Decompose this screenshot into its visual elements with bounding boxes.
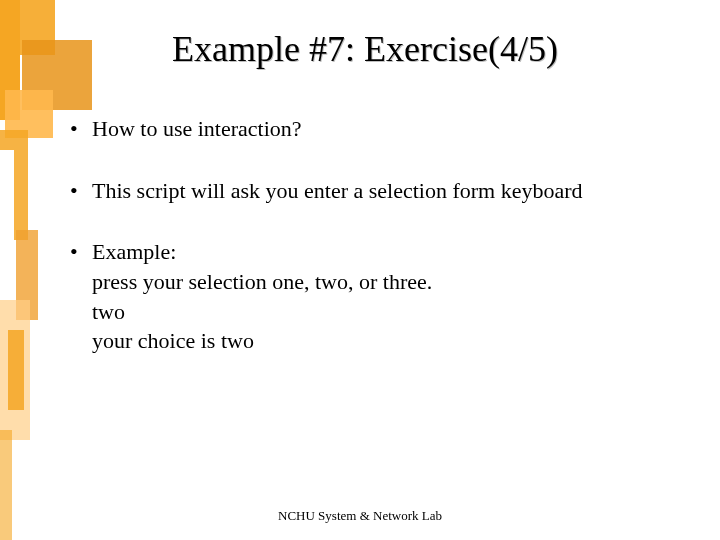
bullet-text: This script will ask you enter a selecti… xyxy=(92,178,583,203)
example-line: two xyxy=(92,297,680,327)
list-item: This script will ask you enter a selecti… xyxy=(70,176,680,206)
example-line: press your selection one, two, or three. xyxy=(92,267,680,297)
example-line: your choice is two xyxy=(92,326,680,356)
bullet-text: Example: xyxy=(92,239,176,264)
bullet-list: How to use interaction? This script will… xyxy=(50,114,680,356)
list-item: How to use interaction? xyxy=(70,114,680,144)
list-item: Example: press your selection one, two, … xyxy=(70,237,680,356)
slide-title: Example #7: Exercise(4/5) xyxy=(50,28,680,70)
bullet-text: How to use interaction? xyxy=(92,116,302,141)
